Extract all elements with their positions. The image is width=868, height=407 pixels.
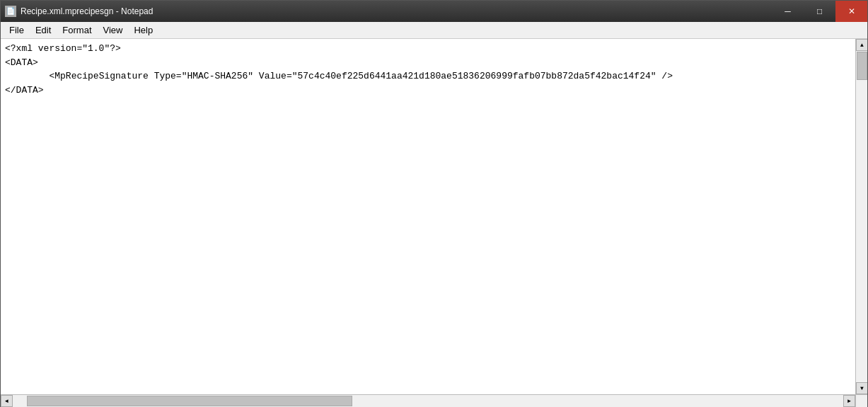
title-bar-left: 📄 Recipe.xml.mprecipesgn - Notepad — [5, 6, 153, 17]
minimize-button[interactable]: ─ — [772, 1, 804, 22]
window-controls: ─ □ ✕ — [772, 1, 867, 22]
menu-file[interactable]: File — [4, 23, 30, 38]
scrollbar-vertical[interactable]: ▲ ▼ — [855, 39, 867, 394]
menu-view[interactable]: View — [98, 23, 129, 38]
editor-content[interactable]: <?xml version="1.0"?> <DATA> <MpRecipeSi… — [1, 39, 855, 394]
content-wrapper: <?xml version="1.0"?> <DATA> <MpRecipeSi… — [1, 39, 867, 394]
scroll-thumb-vertical[interactable] — [857, 52, 867, 80]
title-bar: 📄 Recipe.xml.mprecipesgn - Notepad ─ □ ✕ — [1, 1, 867, 22]
scroll-down-arrow[interactable]: ▼ — [856, 382, 867, 394]
scrollbar-horizontal[interactable]: ◄ ► — [1, 395, 855, 406]
notepad-window: 📄 Recipe.xml.mprecipesgn - Notepad ─ □ ✕… — [0, 0, 868, 407]
close-button[interactable]: ✕ — [835, 1, 867, 22]
scroll-track-vertical[interactable] — [856, 51, 867, 382]
window-title: Recipe.xml.mprecipesgn - Notepad — [21, 6, 153, 16]
maximize-button[interactable]: □ — [804, 1, 835, 22]
menu-format[interactable]: Format — [57, 23, 97, 38]
menu-help[interactable]: Help — [128, 23, 158, 38]
app-icon: 📄 — [5, 6, 16, 17]
menu-edit[interactable]: Edit — [30, 23, 57, 38]
scroll-corner — [855, 395, 867, 407]
scroll-thumb-horizontal[interactable] — [27, 396, 352, 406]
editor-area[interactable]: <?xml version="1.0"?> <DATA> <MpRecipeSi… — [1, 39, 855, 394]
menu-bar: File Edit Format View Help — [1, 22, 867, 39]
scroll-up-arrow[interactable]: ▲ — [856, 39, 867, 51]
scroll-left-arrow[interactable]: ◄ — [1, 395, 13, 407]
bottom-area: ◄ ► — [1, 394, 867, 406]
scroll-right-arrow[interactable]: ► — [843, 395, 855, 407]
scroll-track-horizontal[interactable] — [13, 395, 843, 407]
